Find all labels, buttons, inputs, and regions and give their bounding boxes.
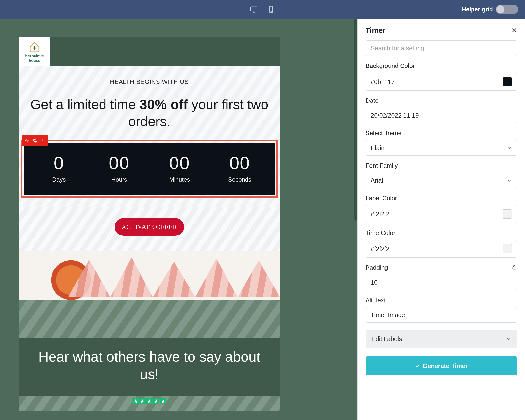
activate-offer-button[interactable]: ACTIVATE OFFER <box>115 218 184 236</box>
timer-block-selected[interactable]: 0 Days 00 Hours 00 Minutes <box>21 140 278 198</box>
date-input[interactable] <box>371 112 512 119</box>
svg-point-4 <box>42 140 43 141</box>
canvas-area: herbalove house HEALTH BEGINS WITH US Ge… <box>0 19 357 420</box>
timer-days: 0 Days <box>29 153 89 183</box>
check-icon <box>415 363 420 369</box>
label-color-input[interactable] <box>371 211 500 218</box>
hero-block: HEALTH BEGINS WITH US Get a limited time… <box>19 66 280 207</box>
label-font-family: Font Family <box>366 162 517 169</box>
star-icon <box>153 398 159 404</box>
block-toolbar <box>22 135 48 146</box>
padding-input[interactable] <box>371 279 512 286</box>
helper-grid-toggle[interactable] <box>496 5 518 14</box>
alt-text-field[interactable] <box>366 307 517 323</box>
settings-panel: Timer Background Color Date Select theme… <box>357 19 525 420</box>
chevron-down-icon <box>506 337 511 342</box>
logo-text-2: house <box>25 58 44 63</box>
background-color-field[interactable] <box>366 73 517 91</box>
cta-row: ACTIVATE OFFER <box>19 207 280 251</box>
svg-point-5 <box>42 142 43 142</box>
timer-minutes: 00 Minutes <box>149 153 210 183</box>
panel-title: Timer <box>366 26 385 34</box>
hero-headline: Get a limited time 30% off your first tw… <box>19 96 280 130</box>
timer-hours: 00 Hours <box>89 153 150 183</box>
testimonials-heading-block: Hear what others have to say about us! <box>19 338 280 396</box>
move-icon[interactable] <box>25 138 30 143</box>
label-color-swatch[interactable] <box>503 209 512 219</box>
top-toolbar: Helper grid <box>0 0 525 19</box>
chevron-down-icon <box>507 178 512 183</box>
label-date: Date <box>366 97 517 104</box>
label-padding: Padding <box>366 264 388 271</box>
time-color-input[interactable] <box>371 245 500 252</box>
label-time-color: Time Color <box>366 229 517 236</box>
brand-logo: herbalove house <box>19 37 50 67</box>
label-select-theme: Select theme <box>366 130 517 137</box>
testimonials-heading: Hear what others have to say about us! <box>29 348 270 383</box>
search-input[interactable] <box>366 40 517 56</box>
svg-rect-6 <box>513 267 516 269</box>
email-header: herbalove house <box>19 37 280 66</box>
star-icon <box>160 398 166 404</box>
svg-rect-0 <box>251 7 257 11</box>
desktop-icon[interactable] <box>250 6 258 13</box>
label-background-color: Background Color <box>366 62 517 69</box>
hero-kicker: HEALTH BEGINS WITH US <box>19 78 280 85</box>
star-icon <box>146 398 153 404</box>
label-label-color: Label Color <box>366 195 517 202</box>
logo-text-1: herbalove <box>25 54 44 58</box>
edit-labels-accordion[interactable]: Edit Labels <box>366 330 517 348</box>
date-field[interactable] <box>366 108 517 123</box>
time-color-swatch[interactable] <box>503 244 512 253</box>
star-icon <box>139 398 146 404</box>
diagonal-stripe-band <box>19 300 280 338</box>
timer-seconds: 00 Seconds <box>210 153 270 183</box>
lock-icon[interactable] <box>512 265 517 271</box>
theme-select[interactable]: Plain <box>366 140 517 156</box>
chevron-down-icon <box>507 146 512 151</box>
background-color-swatch[interactable] <box>503 77 512 86</box>
trustpilot-stars <box>19 396 280 406</box>
fruit-image-band <box>19 251 280 300</box>
more-icon[interactable] <box>40 138 45 143</box>
diagonal-stripe-band-2 <box>19 396 280 411</box>
label-alt-text: Alt Text <box>366 297 517 304</box>
generate-timer-button[interactable]: Generate Timer <box>366 356 517 375</box>
close-icon[interactable] <box>511 27 517 33</box>
canvas-scrollbar[interactable] <box>354 19 357 221</box>
label-color-field[interactable] <box>366 205 517 223</box>
padding-field[interactable] <box>366 275 517 290</box>
email-preview[interactable]: herbalove house HEALTH BEGINS WITH US Ge… <box>19 37 280 411</box>
mobile-icon[interactable] <box>267 6 275 13</box>
font-family-select[interactable]: Arial <box>366 173 517 188</box>
device-switcher <box>250 6 275 13</box>
time-color-field[interactable] <box>366 240 517 258</box>
alt-text-input[interactable] <box>371 311 512 319</box>
star-icon <box>132 398 139 404</box>
countdown-timer: 0 Days 00 Hours 00 Minutes <box>24 143 275 195</box>
gear-icon[interactable] <box>33 138 37 143</box>
background-color-input[interactable] <box>371 78 500 85</box>
helper-grid-label: Helper grid <box>462 6 493 13</box>
svg-point-2 <box>271 11 271 12</box>
house-leaf-icon <box>29 41 40 53</box>
svg-point-3 <box>42 139 43 139</box>
